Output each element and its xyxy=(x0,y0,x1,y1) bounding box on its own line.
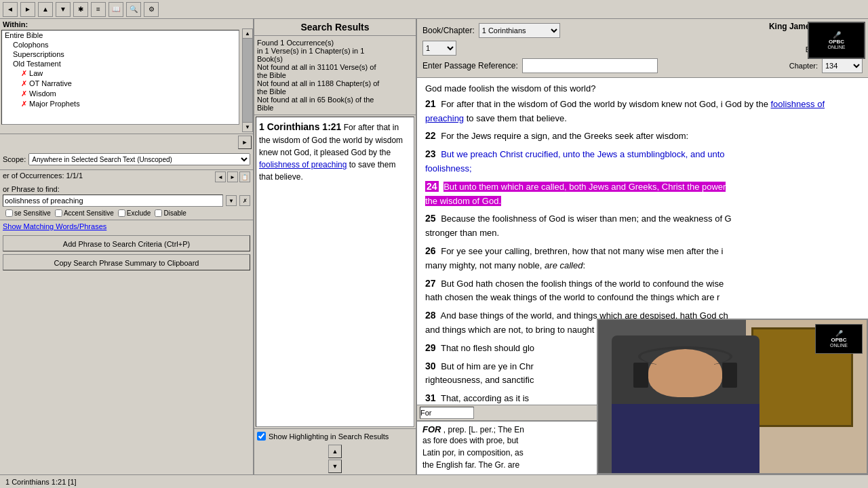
not-found1b: the Bible xyxy=(257,71,413,79)
verse-27-extra: hath chosen the weak things of the world… xyxy=(425,292,719,302)
toolbar-btn-5[interactable]: ✱ xyxy=(73,2,88,17)
verse-23-num: 23 xyxy=(425,148,436,159)
toolbar-btn-6[interactable]: ≡ xyxy=(91,2,106,17)
find-down-btn[interactable]: ▼ xyxy=(226,195,237,206)
show-matching-link[interactable]: Show Matching Words/Phrases xyxy=(3,222,106,230)
verse-22-text: For the Jews require a sign, and the Gre… xyxy=(441,131,688,141)
toolbar-btn-2[interactable]: ► xyxy=(20,2,35,17)
status-text: 1 Corinthians 1:21 [1] xyxy=(5,478,77,486)
cb-accent-sensitive[interactable]: Accent Sensitive xyxy=(55,209,114,217)
video-opbc-logo: 🎤 OPBC ONLINE xyxy=(815,324,863,354)
not-found3: Not found at all in 65 Book(s) of the xyxy=(257,96,413,104)
cb-accent-sensitive-check[interactable] xyxy=(55,209,62,217)
chapter-select[interactable]: 1 xyxy=(422,41,456,56)
cb-disable-check[interactable] xyxy=(155,209,162,217)
verse-27-text: But God hath chosen the foolish things o… xyxy=(441,279,724,289)
tree-list[interactable]: Entire Bible Colophons Superscriptions O… xyxy=(1,30,239,125)
not-found2b: the Bible xyxy=(257,87,413,96)
book-chapter-label: Book/Chapter: xyxy=(422,26,475,35)
show-highlighting-row: Show Highlighting in Search Results xyxy=(254,428,416,443)
tree-item-colophons[interactable]: Colophons xyxy=(2,40,239,49)
not-found2: Not found at all in 1188 Chapter(s) of xyxy=(257,79,413,87)
expand-tree-btn[interactable]: ► xyxy=(238,136,252,149)
scroll-up-arrow[interactable]: ▲ xyxy=(243,29,252,39)
find-input[interactable] xyxy=(3,195,223,207)
within-section: Within: Entire Bible Colophons Superscri… xyxy=(0,19,253,134)
scope-select[interactable]: Anywhere in Selected Search Text (Unscop… xyxy=(28,153,250,165)
tree-item-law[interactable]: ✗ Law xyxy=(2,68,239,79)
scroll-down-arrow[interactable]: ▼ xyxy=(243,122,252,131)
search-result-text[interactable]: 1 Corinthians 1:21 For after that in the… xyxy=(256,117,414,427)
verse-21-text: For after that in the wisdom of God the … xyxy=(441,99,770,109)
cb-case-sensitive-label: se Sensitive xyxy=(14,209,51,217)
search-scroll-up[interactable]: ▲ xyxy=(328,445,342,458)
found-line1: Found 1 Occurrence(s) xyxy=(257,39,413,47)
cb-case-sensitive[interactable]: se Sensitive xyxy=(5,209,51,217)
toolbar-btn-8[interactable]: 🔍 xyxy=(126,2,141,17)
tree-item-superscriptions[interactable]: Superscriptions xyxy=(2,49,239,59)
status-bar: 1 Corinthians 1:21 [1] xyxy=(0,474,868,488)
tree-item-major-prophets[interactable]: ✗ Major Prophets xyxy=(2,99,239,109)
tree-item-ot[interactable]: Old Testament xyxy=(2,59,239,68)
toolbar-btn-4[interactable]: ▼ xyxy=(56,2,71,17)
verse-26-num: 26 xyxy=(425,245,436,256)
checkboxes-row: se Sensitive Accent Sensitive Exclude Di… xyxy=(3,208,250,218)
search-bar-input[interactable] xyxy=(420,407,474,419)
chapter-row: 1 xyxy=(422,41,658,56)
find-clear-btn[interactable]: ✗ xyxy=(239,195,250,206)
search-results-title: Search Results xyxy=(254,19,416,36)
verse-30-text: But of him are ye in Chr xyxy=(441,361,534,371)
nav-copy-btn[interactable]: 📋 xyxy=(239,171,250,182)
verse-21-after: to save them that believe. xyxy=(467,113,567,123)
verse-25-num: 25 xyxy=(425,213,436,224)
not-found1: Not found at all in 31101 Verse(s) of xyxy=(257,63,413,71)
passage-row: Enter Passage Reference: xyxy=(422,58,658,73)
cb-case-sensitive-check[interactable] xyxy=(5,209,13,217)
passage-input[interactable] xyxy=(522,58,658,73)
verse-30-extra: righteousness, and sanctific xyxy=(425,375,534,385)
toolbar-btn-9[interactable]: ⚙ xyxy=(144,2,159,17)
not-found3b: Bible xyxy=(257,104,413,112)
left-panel: Within: Entire Bible Colophons Superscri… xyxy=(0,19,254,474)
video-overlay: 🎤 OPBC ONLINE xyxy=(597,319,868,474)
toolbar-btn-1[interactable]: ◄ xyxy=(3,2,18,17)
cb-disable[interactable]: Disable xyxy=(155,209,186,217)
scope-section: Scope: Anywhere in Selected Search Text … xyxy=(0,150,253,170)
nav-next-btn[interactable]: ► xyxy=(227,171,238,182)
verse-21-num: 21 xyxy=(425,98,436,109)
found-line2: in 1 Verse(s) in 1 Chapter(s) in 1 xyxy=(257,47,413,55)
verse-31-num: 31 xyxy=(425,392,436,403)
tree-item-wisdom[interactable]: ✗ Wisdom xyxy=(2,89,239,99)
tree-item-ot-narrative[interactable]: ✗ OT Narrative xyxy=(2,79,239,89)
toolbar: ◄ ► ▲ ▼ ✱ ≡ 📖 🔍 ⚙ xyxy=(0,0,868,19)
search-scroll-down[interactable]: ▼ xyxy=(328,460,342,473)
verse-24: 24 But unto them which are called, both … xyxy=(425,179,860,209)
toolbar-btn-3[interactable]: ▲ xyxy=(38,2,53,17)
cb-exclude-check[interactable] xyxy=(118,209,125,217)
chapter-num-select[interactable]: 134 xyxy=(822,58,863,73)
chapter-num-label: Chapter: xyxy=(789,62,818,70)
verse-28-num: 28 xyxy=(425,310,436,321)
passage-label: Enter Passage Reference: xyxy=(422,61,518,70)
scope-label: Scope: xyxy=(3,155,26,163)
cb-disable-label: Disable xyxy=(163,209,186,217)
verse-24-extra: the wisdom of God. xyxy=(425,196,501,206)
toolbar-btn-7[interactable]: 📖 xyxy=(108,2,123,17)
video-content: 🎤 OPBC ONLINE xyxy=(598,320,867,473)
show-highlighting-check[interactable] xyxy=(257,432,266,441)
nav-prev-btn[interactable]: ◄ xyxy=(215,171,226,182)
verse-29-num: 29 xyxy=(425,342,436,353)
add-phrase-btn[interactable]: Add Phrase to Search Criteria (Ctrl+P) xyxy=(3,235,250,251)
tree-item-entire-bible[interactable]: Entire Bible xyxy=(2,30,239,40)
book-select[interactable]: 1 Corinthians xyxy=(479,23,560,38)
dict-grammar: , prep. xyxy=(443,425,467,434)
bible-main: Book/Chapter: 1 Corinthians 1 Enter Pass… xyxy=(417,19,868,474)
cb-exclude[interactable]: Exclude xyxy=(118,209,151,217)
verse-22: 22 For the Jews require a sign, and the … xyxy=(425,128,860,144)
bible-header-area: Book/Chapter: 1 Corinthians 1 Enter Pass… xyxy=(417,19,868,78)
verse-26: 26 For ye see your calling, brethren, ho… xyxy=(425,243,860,273)
verse-21: 21 For after that in the wisdom of God t… xyxy=(425,96,860,126)
dict-word: FOR xyxy=(422,424,441,434)
copy-summary-btn[interactable]: Copy Search Phrase Summary to Clipboard xyxy=(3,254,250,270)
show-highlighting-label: Show Highlighting in Search Results xyxy=(269,432,389,441)
